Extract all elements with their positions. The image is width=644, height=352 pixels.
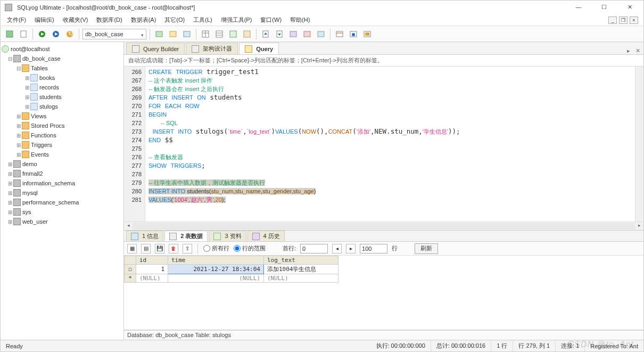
tree-db-mysql[interactable]: mysql [22, 190, 38, 196]
expand-icon[interactable]: ⊞ [15, 152, 22, 158]
expand-icon[interactable]: ⊞ [7, 181, 13, 186]
execute-icon[interactable] [36, 28, 48, 40]
menu-powertools[interactable]: 增强工具(P) [218, 15, 255, 25]
grid-view-icon[interactable]: ▦ [127, 244, 137, 253]
tree-views[interactable]: Views [31, 113, 46, 119]
new-query-icon[interactable] [18, 28, 29, 40]
collapse-icon[interactable]: ⊟ [7, 56, 13, 62]
grid-icon-1[interactable] [200, 28, 211, 40]
tree-root[interactable]: root@localhost [11, 46, 50, 52]
tree-db-infoschema[interactable]: information_schema [22, 180, 75, 186]
maximize-button[interactable]: ☐ [595, 2, 614, 13]
prev-page-icon[interactable]: ◂ [332, 244, 342, 253]
sched-icon-3[interactable] [361, 28, 373, 40]
export-icon-5[interactable] [315, 28, 327, 40]
tree-table-records[interactable]: records [39, 84, 59, 91]
sql-editor[interactable]: 2662672682692702712722732742752762772782… [124, 67, 643, 222]
export-icon-1[interactable] [260, 28, 271, 40]
tree-functions[interactable]: Functions [31, 132, 56, 138]
export-icon-3[interactable] [287, 28, 299, 40]
expand-icon[interactable]: ⊞ [15, 142, 22, 148]
expand-icon[interactable]: ⊞ [15, 123, 22, 129]
menu-help[interactable]: 帮助(H) [287, 15, 313, 25]
tool-icon-2[interactable] [167, 28, 179, 40]
tree-triggers[interactable]: Triggers [31, 142, 52, 148]
menu-tools[interactable]: 工具(L) [190, 15, 215, 25]
tree-db-demo[interactable]: demo [22, 161, 37, 167]
tree-db-bookcase[interactable]: db_book_case [22, 55, 61, 62]
cell-id[interactable]: 1 [136, 265, 168, 274]
expand-icon[interactable]: ⊞ [24, 75, 30, 81]
tree-table-stulogs[interactable]: stulogs [39, 103, 58, 110]
tool-icon-3[interactable] [181, 28, 193, 40]
expand-icon[interactable]: ⊞ [24, 94, 30, 100]
scroll-left-icon[interactable]: ◂ [124, 223, 133, 230]
mdi-close[interactable]: × [630, 17, 638, 24]
expand-icon[interactable]: ⊞ [15, 113, 22, 119]
refresh-icon[interactable]: ↻ [64, 28, 76, 40]
tree-procs[interactable]: Stored Procs [31, 122, 65, 129]
menu-favorites[interactable]: 收藏夹(V) [60, 15, 92, 25]
row-checkbox[interactable]: ☐ [125, 265, 136, 274]
tab-history[interactable]: 4 历史 [247, 231, 285, 241]
close-button[interactable]: ✕ [620, 2, 639, 13]
cell-id-null[interactable]: (NULL) [136, 274, 168, 283]
grid-icon-4[interactable] [241, 28, 253, 40]
tree-table-books[interactable]: books [39, 75, 55, 81]
cell-time-null[interactable]: (NULL) [168, 274, 264, 283]
sched-icon-1[interactable] [334, 28, 345, 40]
vertical-scrollbar[interactable] [635, 67, 643, 222]
database-combo[interactable]: db_book_case [82, 29, 146, 39]
tab-info[interactable]: 1 信息 [126, 231, 163, 241]
menu-file[interactable]: 文件(F) [4, 15, 29, 25]
tab-close-button[interactable]: ✕ [635, 47, 640, 54]
next-page-icon[interactable]: ▸ [346, 244, 356, 253]
expand-icon[interactable]: ⊞ [15, 133, 22, 138]
expand-icon[interactable]: ⊞ [7, 171, 13, 177]
row-new-marker[interactable]: * [125, 274, 136, 283]
expand-icon[interactable]: ⊞ [7, 200, 13, 206]
tab-query-builder[interactable]: Query Builder [126, 43, 185, 54]
expand-icon[interactable]: ⊞ [24, 104, 30, 110]
tree-tables[interactable]: Tables [31, 65, 48, 71]
collapse-icon[interactable]: ⊟ [15, 66, 22, 71]
menu-database[interactable]: 数据库(D) [93, 15, 125, 25]
new-connection-icon[interactable] [4, 28, 15, 40]
export-icon[interactable]: ⇪ [183, 244, 192, 253]
expand-icon[interactable]: ⊞ [7, 190, 13, 196]
tab-query[interactable]: Query [239, 43, 279, 54]
tab-profile[interactable]: 3 资料 [209, 231, 246, 241]
result-grid[interactable]: id time log_text ☐ 1 2021-12-27 18:34:04… [124, 256, 643, 330]
tree-db-webuser[interactable]: web_user [22, 218, 48, 225]
tab-list-button[interactable]: ▸ [627, 47, 630, 54]
tree-db-perfschema[interactable]: performance_schema [22, 199, 79, 206]
table-row-new[interactable]: * (NULL) (NULL) (NULL) [125, 274, 338, 283]
export-icon-2[interactable] [274, 28, 285, 40]
menu-edit[interactable]: 编辑(E) [31, 15, 57, 25]
mdi-minimize[interactable]: _ [608, 17, 617, 24]
tab-schema-designer[interactable]: 架构设计器 [186, 43, 238, 54]
save-icon[interactable]: 💾 [155, 244, 164, 253]
tab-table-data[interactable]: 2 表数据 [164, 231, 208, 241]
export-icon-4[interactable] [301, 28, 313, 40]
col-id[interactable]: id [136, 256, 168, 265]
delete-icon[interactable]: 🗑 [169, 244, 178, 253]
table-row[interactable]: ☐ 1 2021-12-27 18:34:04 添加1004学生信息 [125, 265, 338, 274]
col-time[interactable]: time [168, 256, 264, 265]
radio-row-range[interactable]: 行的范围 [234, 244, 266, 252]
col-log[interactable]: log_text [264, 256, 338, 265]
radio-all-rows[interactable]: 所有行 [203, 244, 229, 252]
tree-db-sys[interactable]: sys [22, 209, 31, 215]
expand-icon[interactable]: ⊞ [7, 209, 13, 215]
cell-log[interactable]: 添加1004学生信息 [264, 265, 338, 274]
mdi-restore[interactable]: ❐ [619, 17, 628, 24]
first-row-input[interactable] [300, 244, 328, 253]
tree-db-fmmall2[interactable]: fmmall2 [22, 170, 43, 177]
form-view-icon[interactable]: ▤ [141, 244, 151, 253]
tree-table-students[interactable]: students [39, 94, 62, 100]
grid-icon-2[interactable] [213, 28, 225, 40]
expand-icon[interactable]: ⊞ [7, 219, 13, 225]
sched-icon-2[interactable] [348, 28, 359, 40]
object-tree[interactable]: root@localhost ⊟db_book_case ⊟Tables ⊞bo… [1, 42, 124, 340]
cell-log-null[interactable]: (NULL) [264, 274, 338, 283]
